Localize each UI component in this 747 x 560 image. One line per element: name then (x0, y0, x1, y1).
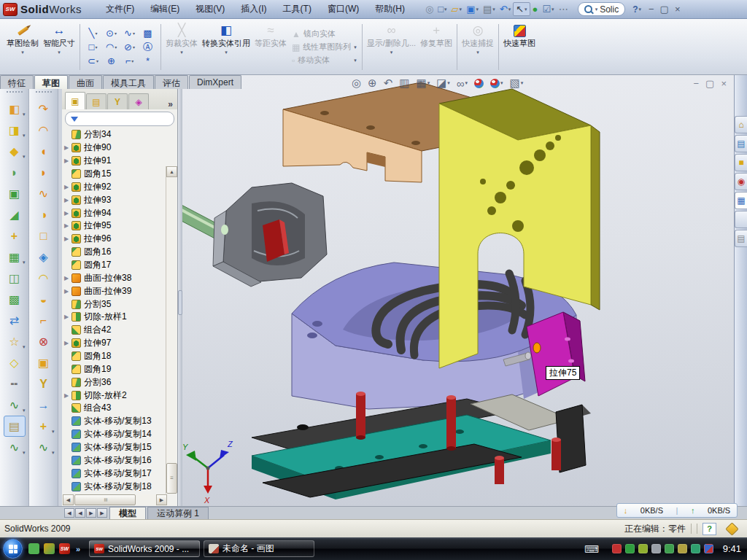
quick-launch-overflow-icon[interactable]: » (74, 543, 82, 554)
base-plate-assembly[interactable] (252, 394, 591, 499)
select-region-icon[interactable]: ▩▾ (139, 26, 157, 40)
rectangle-icon[interactable]: □▾ (84, 40, 102, 54)
feature-tree-item[interactable]: ▶ 实体-移动/复制15 (64, 441, 166, 454)
curve-through-points-icon[interactable]: ∿▾ (33, 437, 55, 458)
feature-tree-item[interactable]: ▶ 实体-移动/复制13 (64, 415, 166, 428)
new-document-icon[interactable]: □▾ (436, 3, 449, 15)
update-warning-icon[interactable] (678, 544, 687, 553)
overflow-icon[interactable]: ⋯▾ (557, 3, 570, 15)
combine-icon[interactable]: ▩▾ (4, 289, 26, 310)
last-tab-button[interactable]: ▶ (97, 508, 107, 518)
circle-icon[interactable]: ⊙▾ (102, 26, 120, 40)
feature-tree-item[interactable]: ▶ 拉伸97 (64, 337, 166, 350)
doc-minimize-button[interactable]: − (694, 78, 700, 89)
view-settings-icon[interactable]: ▧▾ (510, 77, 524, 90)
feature-tree-item[interactable]: ▶ 圆角16 (64, 246, 166, 259)
feature-tree-item[interactable]: ▶ 圆角15 (64, 168, 166, 181)
mirror-icon[interactable]: ◫▾ (4, 268, 26, 289)
custom-properties-tab[interactable]: ▤ (735, 230, 747, 247)
hide-show-items-icon[interactable]: ∞▾ (457, 77, 468, 90)
solidworks-resources-tab[interactable]: ⌂ (735, 116, 747, 133)
document-tab[interactable]: 运动算例 1 (147, 507, 209, 519)
mirror-entities-button[interactable]: ▲ 镜向实体 ▾ (292, 28, 357, 39)
convert-entities-button[interactable]: ◧ 转换实体引用▾ (200, 21, 252, 73)
display-delete-relations-button[interactable]: ∞ 显示/删除几...▾ (365, 21, 418, 73)
replace-face-icon[interactable]: ▣▾ (33, 352, 55, 373)
spline-icon[interactable]: ∿▾ (120, 26, 139, 40)
key-manager-icon[interactable] (638, 544, 648, 553)
featuremanager-tree-tab[interactable]: ▣ (65, 92, 85, 109)
tree-filter-input[interactable] (65, 112, 174, 126)
scroll-left-button[interactable]: ◀ (63, 494, 74, 505)
linear-pattern-icon[interactable]: ▦▾ (4, 246, 26, 268)
feature-tree-item[interactable]: ▶ 拉伸93 (64, 193, 166, 206)
indent-icon[interactable]: ◑▾ (33, 204, 55, 225)
linear-sketch-pattern-button[interactable]: ▦ 线性草图阵列 ▾ (292, 42, 357, 52)
start-button[interactable] (3, 539, 23, 559)
menu-item[interactable]: 视图(V) (187, 0, 233, 18)
search-input[interactable]: Solic (600, 4, 619, 15)
network-icon[interactable] (665, 544, 674, 553)
zoom-to-area-icon[interactable]: ⊕▾ (368, 77, 377, 90)
scroll-up-button[interactable]: ▲ (166, 166, 177, 177)
ribbon-tab[interactable]: 草图 (34, 75, 68, 89)
zoom-to-fit-icon[interactable]: ◎▾ (352, 77, 361, 90)
section-view-icon[interactable]: ▥▾ (399, 77, 409, 90)
feature-tree-item[interactable]: ▶ 分割34 (64, 128, 166, 141)
expand-arrow-icon[interactable]: ▶ (64, 144, 71, 151)
reference-plane-icon[interactable]: ◇▾ (4, 352, 26, 373)
arc-icon[interactable]: ◠▾ (102, 40, 120, 54)
close-button[interactable]: × (675, 4, 681, 15)
scroll-right-button[interactable]: ▶ (156, 494, 167, 505)
spline-tool-icon[interactable]: ∿▾ (4, 437, 26, 458)
feature-tree-item[interactable]: ▶ 切除-放样2 (64, 389, 166, 402)
configurationmanager-tab[interactable]: Y (107, 93, 128, 109)
doc-close-button[interactable]: × (721, 78, 727, 89)
curve-icon[interactable]: ∿▾ (4, 394, 26, 416)
feature-tree-item[interactable]: ▶ 拉伸91 (64, 155, 166, 168)
menu-item[interactable]: 插入(I) (233, 0, 274, 18)
pin-icon[interactable]: ◎▾ (423, 3, 436, 15)
status-help-button[interactable]: ? (703, 523, 716, 535)
smart-dimension-button[interactable]: ↔ 智能尺寸▾ (41, 21, 77, 73)
design-library-tab[interactable]: ▤ (735, 135, 747, 152)
offset-entities-button[interactable]: ≈ 等距实体 (252, 21, 289, 73)
help-button[interactable]: ? (632, 4, 638, 15)
prev-tab-button[interactable]: ◀ (75, 508, 85, 518)
ribbon-tab[interactable]: DimXpert (189, 75, 241, 89)
boundary-icon[interactable]: ◗▾ (33, 162, 55, 183)
tree-vertical-scrollbar[interactable]: ▲ ▼ (166, 166, 177, 494)
loft-icon[interactable]: ◖▾ (33, 141, 55, 162)
appearances-tab[interactable] (735, 211, 747, 228)
polygon-icon[interactable]: ⊕▾ (102, 54, 120, 68)
keyboard-layout-icon[interactable]: ⌨ (587, 544, 597, 553)
print-icon[interactable]: ▤▾ (481, 3, 498, 15)
messenger-icon[interactable] (28, 543, 39, 554)
open-icon[interactable]: ▱▾ (449, 3, 465, 15)
expand-arrow-icon[interactable]: ▶ (64, 236, 71, 242)
feature-tree-item[interactable]: ▶ 圆角18 (64, 350, 166, 363)
expand-arrow-icon[interactable]: ▶ (64, 197, 71, 203)
display-style-icon[interactable]: ◪▾ (436, 77, 450, 90)
boss-extrude-icon[interactable]: ◧▾ (4, 98, 26, 120)
menu-item[interactable]: 工具(T) (275, 0, 320, 18)
view-orientation-icon[interactable]: ▦▾ (416, 77, 430, 90)
sketched-bend-icon[interactable]: +▾ (33, 416, 55, 437)
graphics-viewport[interactable]: X Y Z ◎▾ ⊕▾ ↶▾ ▥▾ ▦ (182, 75, 734, 506)
scrollbar-thumb[interactable] (166, 463, 177, 494)
expand-arrow-icon[interactable]: ▶ (64, 392, 71, 399)
toolbar-grip[interactable] (7, 91, 23, 96)
feature-tree-item[interactable]: ▶ 曲面-拉伸39 (64, 284, 166, 298)
search-box[interactable]: ▾ Solic (578, 2, 626, 16)
toolbar-grip[interactable] (36, 91, 52, 96)
quick-snaps-button[interactable]: ◎ 快速捕捉▾ (460, 21, 496, 73)
tag-icon[interactable] (725, 522, 738, 535)
edit-appearance-icon[interactable]: ▾ (474, 79, 484, 88)
line-icon[interactable]: ╲▾ (84, 26, 102, 40)
feature-tree-item[interactable]: ▶ 拉伸90 (64, 141, 166, 155)
restore-button[interactable]: ▢ (660, 4, 669, 15)
move-copy-body-icon[interactable]: ⇄▾ (4, 310, 26, 331)
file-explorer-tab[interactable]: ■ (735, 154, 747, 171)
core-insert-part[interactable] (182, 183, 327, 287)
feature-tree-item[interactable]: ▶ 实体-移动/复制17 (64, 467, 166, 480)
